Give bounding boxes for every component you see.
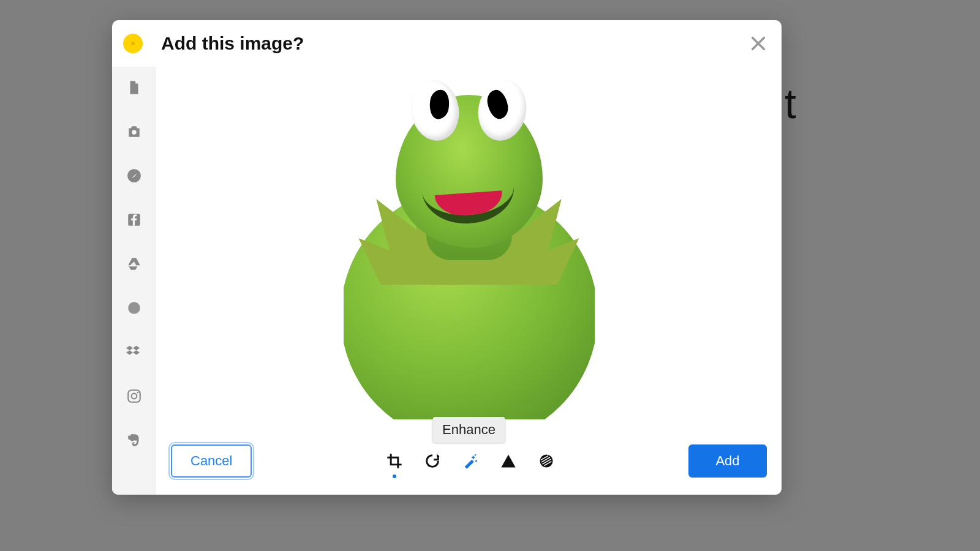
tool-rotate[interactable] <box>423 449 442 473</box>
sidebar-item-gphotos[interactable] <box>126 299 143 317</box>
add-image-modal: Add this image? <box>112 20 782 495</box>
tool-sharpen[interactable] <box>499 449 518 473</box>
camera-icon <box>126 124 142 140</box>
edit-toolbar <box>252 449 688 473</box>
modal-footer: Cancel <box>156 438 782 495</box>
sidebar-item-facebook[interactable] <box>126 211 143 228</box>
close-button[interactable] <box>750 35 767 52</box>
source-sidebar <box>112 67 156 495</box>
modal-header: Add this image? <box>112 20 782 67</box>
background-text-fragment: t <box>785 80 796 127</box>
facebook-icon <box>126 212 142 228</box>
modal-main: Enhance Cancel <box>156 67 782 495</box>
brand-logo-icon <box>123 34 143 53</box>
tool-circle[interactable] <box>537 449 556 473</box>
rotate-icon <box>424 452 441 470</box>
tool-tooltip: Enhance <box>432 417 505 443</box>
evernote-icon <box>126 432 142 448</box>
file-icon <box>126 80 142 96</box>
sidebar-item-dropbox[interactable] <box>126 343 143 361</box>
compass-icon <box>126 168 142 184</box>
modal-title: Add this image? <box>161 33 750 54</box>
tool-indicator-dot <box>393 474 396 478</box>
sidebar-item-gdrive[interactable] <box>126 255 143 272</box>
preview-image[interactable] <box>344 77 595 419</box>
modal-body: Enhance Cancel <box>112 67 782 495</box>
crop-icon <box>386 452 403 470</box>
gphotos-icon <box>126 300 142 316</box>
magic-wand-icon <box>462 452 479 470</box>
image-preview: Enhance <box>156 67 782 438</box>
tool-crop[interactable] <box>385 449 404 473</box>
svg-point-5 <box>137 392 139 394</box>
svg-point-4 <box>132 394 137 399</box>
cancel-button[interactable]: Cancel <box>171 444 252 478</box>
triangle-icon <box>500 452 517 470</box>
close-icon <box>750 35 767 52</box>
svg-point-0 <box>132 130 137 135</box>
sidebar-item-evernote[interactable] <box>126 432 143 449</box>
sidebar-item-instagram[interactable] <box>126 388 143 405</box>
tool-enhance[interactable] <box>461 449 480 473</box>
sidebar-item-web[interactable] <box>126 167 143 184</box>
instagram-icon <box>126 388 142 404</box>
circle-stripes-icon <box>538 452 555 470</box>
gdrive-icon <box>126 256 142 272</box>
add-button[interactable]: Add <box>688 444 767 478</box>
dropbox-icon <box>126 344 142 360</box>
sidebar-item-file[interactable] <box>126 79 143 96</box>
sidebar-item-camera[interactable] <box>126 123 143 140</box>
